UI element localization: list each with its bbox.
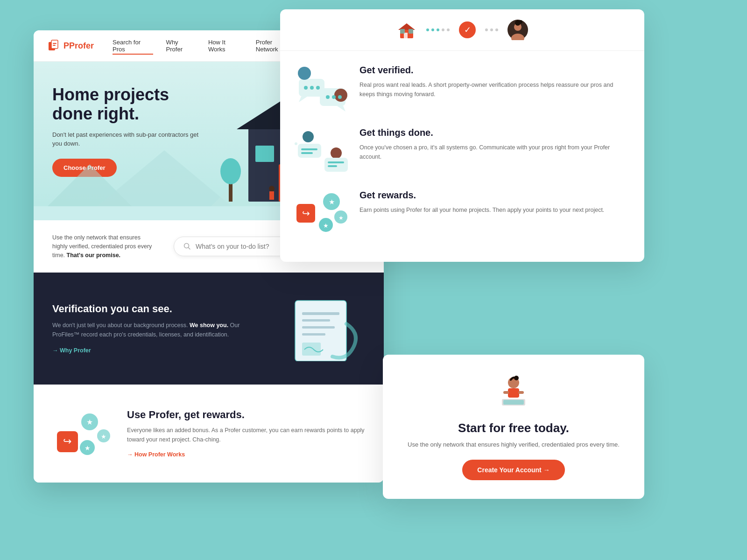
svg-rect-76 bbox=[301, 148, 317, 150]
progress-area: ✓ bbox=[280, 9, 644, 51]
dot-7 bbox=[490, 28, 493, 31]
svg-point-63 bbox=[298, 67, 311, 80]
svg-rect-77 bbox=[301, 152, 313, 154]
logo: PProfer bbox=[48, 39, 94, 52]
svg-text:★: ★ bbox=[101, 433, 106, 440]
promise-text: Use the only network that ensures highly… bbox=[52, 233, 155, 259]
svg-rect-37 bbox=[302, 319, 330, 322]
svg-rect-52 bbox=[400, 29, 405, 34]
step-house-icon bbox=[396, 20, 417, 40]
svg-rect-2 bbox=[53, 43, 56, 44]
cta-person-illustration bbox=[495, 373, 532, 411]
feature-rewards-right-desc: Earn points using Profer for all your ho… bbox=[359, 205, 604, 215]
feature-verified-desc: Real pros want real leads. A short prope… bbox=[359, 80, 630, 99]
feature-done-desc: Once you've chosen a pro, it's all syste… bbox=[359, 143, 630, 161]
feature-rewards-right-text: Get rewards. Earn points using Profer fo… bbox=[359, 190, 604, 238]
nav-links: Search for Pros Why Profer How It Works … bbox=[113, 39, 295, 53]
svg-point-68 bbox=[326, 95, 330, 99]
right-panel-bottom-cta: Start for free today. Use the only netwo… bbox=[383, 355, 644, 499]
feature-get-verified: Get verified. Real pros want real leads.… bbox=[294, 65, 630, 113]
svg-text:★: ★ bbox=[85, 444, 91, 452]
dot-3 bbox=[437, 28, 439, 31]
svg-rect-92 bbox=[518, 391, 524, 394]
svg-line-33 bbox=[189, 248, 190, 250]
feature-done-illustration bbox=[294, 127, 350, 176]
svg-point-67 bbox=[316, 86, 320, 90]
nav-search-pros[interactable]: Search for Pros bbox=[113, 39, 153, 53]
feature-rewards-right: ↪ ★ ★ ★ Get rewards. Earn points using P… bbox=[294, 190, 630, 238]
svg-rect-38 bbox=[302, 326, 335, 329]
svg-rect-13 bbox=[255, 146, 274, 162]
svg-text:★: ★ bbox=[329, 198, 335, 206]
how-works-link[interactable]: → How Profer Works bbox=[127, 451, 185, 458]
rewards-illustration-left: ↪ ★ ★ ★ bbox=[52, 406, 113, 462]
logo-icon bbox=[48, 39, 61, 52]
svg-point-69 bbox=[332, 95, 336, 99]
feature-done-heading: Get things done. bbox=[359, 127, 630, 138]
svg-rect-75 bbox=[324, 158, 348, 172]
svg-point-73 bbox=[295, 142, 297, 145]
svg-marker-60 bbox=[299, 97, 307, 102]
svg-rect-25 bbox=[269, 191, 274, 200]
svg-text:↪: ↪ bbox=[63, 435, 71, 447]
dot-1 bbox=[426, 28, 429, 31]
feature-rewards-right-heading: Get rewards. bbox=[359, 190, 604, 201]
verification-text: We don't just tell you about our backgro… bbox=[52, 321, 262, 339]
feature-rewards-illustration: ↪ ★ ★ ★ bbox=[294, 190, 350, 238]
svg-text:★: ★ bbox=[338, 215, 344, 221]
dot-2 bbox=[431, 28, 434, 31]
svg-point-58 bbox=[519, 20, 522, 24]
verification-illustration bbox=[281, 296, 365, 361]
cta-heading: Start for free today. bbox=[402, 421, 626, 435]
svg-rect-78 bbox=[328, 161, 344, 163]
svg-point-70 bbox=[338, 95, 342, 99]
feature-done-text: Get things done. Once you've chosen a pr… bbox=[359, 127, 630, 176]
rewards-content: Use Profer, get rewards. Everyone likes … bbox=[127, 409, 365, 458]
svg-rect-79 bbox=[328, 165, 337, 167]
feature-verified-text: Get verified. Real pros want real leads.… bbox=[359, 65, 630, 113]
svg-rect-53 bbox=[409, 29, 413, 34]
why-profer-link[interactable]: → Why Profer bbox=[52, 347, 91, 354]
svg-rect-94 bbox=[503, 400, 524, 405]
svg-point-65 bbox=[304, 86, 308, 90]
svg-point-71 bbox=[303, 131, 314, 142]
svg-point-64 bbox=[334, 89, 347, 102]
step-check-icon: ✓ bbox=[459, 21, 476, 38]
nav-why-profer[interactable]: Why Profer bbox=[166, 39, 195, 53]
svg-rect-91 bbox=[503, 391, 509, 394]
create-account-button[interactable]: Create Your Account → bbox=[462, 460, 564, 480]
svg-rect-3 bbox=[53, 45, 56, 46]
dot-4 bbox=[442, 28, 444, 31]
step-avatar bbox=[507, 20, 528, 40]
nav-how-it-works[interactable]: How It Works bbox=[208, 39, 243, 53]
svg-text:★: ★ bbox=[323, 222, 329, 229]
svg-point-89 bbox=[514, 376, 519, 380]
search-icon bbox=[183, 243, 191, 250]
features-grid: Get verified. Real pros want real leads.… bbox=[280, 51, 644, 262]
svg-point-16 bbox=[220, 158, 241, 184]
svg-point-66 bbox=[310, 86, 314, 90]
rewards-heading: Use Profer, get rewards. bbox=[127, 409, 365, 421]
svg-text:↪: ↪ bbox=[302, 208, 310, 218]
verification-heading: Verification you can see. bbox=[52, 303, 262, 315]
right-panel-top: ✓ bbox=[280, 9, 644, 262]
progress-dots-2 bbox=[485, 28, 498, 31]
svg-text:★: ★ bbox=[86, 418, 93, 426]
hero-headline: Home projects done right. bbox=[52, 85, 202, 124]
dot-6 bbox=[485, 28, 488, 31]
rewards-text: Everyone likes an added bonus. As a Prof… bbox=[127, 426, 365, 444]
feature-verified-illustration bbox=[294, 65, 350, 113]
svg-point-24 bbox=[269, 186, 275, 191]
svg-point-74 bbox=[331, 147, 342, 159]
verification-content: Verification you can see. We don't just … bbox=[52, 303, 262, 354]
svg-marker-50 bbox=[398, 23, 415, 30]
cta-text: Use the only network that ensures highly… bbox=[402, 440, 626, 449]
feature-get-things-done: Get things done. Once you've chosen a pr… bbox=[294, 127, 630, 176]
verification-section: Verification you can see. We don't just … bbox=[34, 273, 384, 385]
dot-5 bbox=[447, 28, 450, 31]
dot-8 bbox=[495, 28, 498, 31]
rewards-section: ↪ ★ ★ ★ Use Profer, get rewards. Everyon… bbox=[34, 385, 384, 483]
feature-verified-heading: Get verified. bbox=[359, 65, 630, 76]
brand-name: PProfer bbox=[63, 41, 94, 51]
svg-rect-36 bbox=[302, 312, 339, 315]
